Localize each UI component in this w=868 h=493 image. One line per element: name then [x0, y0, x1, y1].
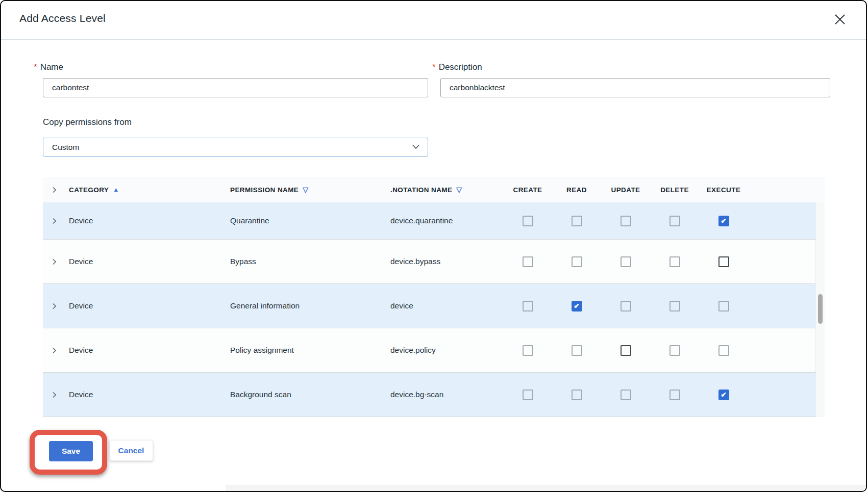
permissions-table: CATEGORY ▲ PERMISSION NAME ▽ .NOTATION N…	[43, 177, 825, 417]
permission-name-cell: Bypass	[222, 257, 383, 266]
checkbox-delete[interactable]	[669, 301, 680, 312]
checkbox-delete[interactable]	[669, 345, 680, 356]
checkbox-delete[interactable]	[669, 390, 680, 400]
column-header-create: CREATE	[503, 186, 552, 194]
checkbox-update[interactable]	[621, 345, 631, 356]
table-body: DeviceQuarantinedevice.quarantine✔Device…	[43, 202, 825, 417]
checkbox-read[interactable]	[572, 216, 582, 226]
checkbox-create[interactable]	[523, 345, 533, 356]
column-header-update: UPDATE	[601, 186, 650, 194]
column-header-execute: EXECUTE	[699, 186, 748, 194]
name-label: * Name	[34, 61, 428, 73]
category-cell: Device	[69, 390, 222, 399]
expand-chevron-icon[interactable]	[51, 258, 58, 265]
close-icon	[833, 13, 847, 28]
cancel-button[interactable]: Cancel	[109, 440, 153, 461]
checkbox-execute[interactable]	[718, 345, 729, 356]
column-header-read: READ	[552, 186, 601, 194]
name-input[interactable]	[43, 78, 428, 97]
notation-name-cell: device.bypass	[383, 257, 503, 266]
checkbox-read[interactable]	[572, 345, 582, 356]
checkbox-update[interactable]	[621, 216, 631, 226]
add-access-level-dialog: Add Access Level * Name * Description Co…	[0, 0, 867, 492]
sort-descending-icon: ▽	[456, 186, 462, 194]
vertical-scrollbar-track[interactable]	[815, 202, 825, 417]
copy-permissions-select[interactable]: Custom	[43, 138, 428, 157]
permission-name-cell: General information	[222, 301, 383, 310]
checkbox-execute[interactable]	[718, 301, 729, 312]
description-label: * Description	[432, 61, 830, 73]
checkbox-execute[interactable]: ✔	[718, 390, 729, 400]
table-row: DeviceGeneral informationdevice✔	[43, 284, 815, 328]
permission-name-cell: Quarantine	[222, 216, 383, 225]
column-header-category[interactable]: CATEGORY ▲	[69, 186, 222, 194]
copy-permissions-label: Copy permissions from	[43, 116, 428, 128]
sort-ascending-icon: ▲	[113, 186, 119, 193]
category-cell: Device	[69, 216, 222, 225]
table-header-row: CATEGORY ▲ PERMISSION NAME ▽ .NOTATION N…	[43, 177, 825, 202]
checkbox-delete[interactable]	[669, 216, 680, 226]
selected-option: Custom	[52, 143, 79, 152]
vertical-scrollbar-thumb[interactable]	[818, 294, 823, 324]
checkbox-update[interactable]	[621, 390, 631, 400]
checkbox-execute[interactable]	[718, 256, 729, 267]
close-button[interactable]	[831, 11, 849, 29]
checkbox-read[interactable]	[572, 390, 582, 400]
notation-name-cell: device.quarantine	[383, 216, 503, 225]
notation-name-cell: device	[383, 301, 503, 310]
notation-name-cell: device.policy	[383, 346, 503, 355]
permission-name-cell: Policy assignment	[222, 346, 383, 355]
expand-chevron-icon[interactable]	[51, 347, 58, 354]
table-row: DeviceBypassdevice.bypass	[43, 240, 815, 284]
checkbox-update[interactable]	[621, 256, 631, 267]
checkbox-update[interactable]	[621, 301, 631, 312]
checkbox-create[interactable]	[523, 390, 533, 400]
column-header-permission-name[interactable]: PERMISSION NAME ▽	[222, 186, 383, 194]
checkbox-read[interactable]: ✔	[572, 301, 582, 312]
checkbox-create[interactable]	[523, 216, 533, 226]
permission-name-cell: Background scan	[222, 390, 383, 399]
background-edge	[226, 485, 866, 491]
expand-chevron-icon[interactable]	[51, 218, 58, 224]
save-button[interactable]: Save	[49, 441, 93, 461]
checkbox-delete[interactable]	[669, 256, 680, 267]
required-asterisk: *	[34, 62, 37, 72]
checkbox-create[interactable]	[523, 301, 533, 312]
expand-chevron-icon[interactable]	[51, 392, 58, 398]
description-input[interactable]	[440, 78, 830, 97]
checkbox-create[interactable]	[523, 256, 533, 267]
category-cell: Device	[69, 257, 222, 266]
table-row: DevicePolicy assignmentdevice.policy	[43, 328, 815, 373]
table-row: DeviceQuarantinedevice.quarantine✔	[43, 202, 815, 240]
required-asterisk: *	[432, 62, 436, 72]
table-row: DeviceBackground scandevice.bg-scan✔	[43, 373, 815, 417]
column-header-delete: DELETE	[650, 186, 699, 194]
check-icon: ✔	[721, 217, 727, 225]
header-divider	[1, 39, 866, 40]
check-icon: ✔	[721, 391, 727, 399]
expand-chevron-icon[interactable]	[51, 187, 58, 193]
checkbox-execute[interactable]: ✔	[718, 216, 729, 226]
checkbox-read[interactable]	[572, 256, 582, 267]
notation-name-cell: device.bg-scan	[383, 390, 503, 399]
chevron-down-icon	[411, 143, 420, 152]
category-cell: Device	[69, 346, 222, 355]
sort-descending-icon: ▽	[303, 186, 308, 194]
category-cell: Device	[69, 301, 222, 310]
column-header-notation-name[interactable]: .NOTATION NAME ▽	[383, 186, 503, 194]
dialog-title: Add Access Level	[19, 12, 106, 24]
expand-chevron-icon[interactable]	[51, 303, 58, 309]
check-icon: ✔	[574, 302, 580, 310]
